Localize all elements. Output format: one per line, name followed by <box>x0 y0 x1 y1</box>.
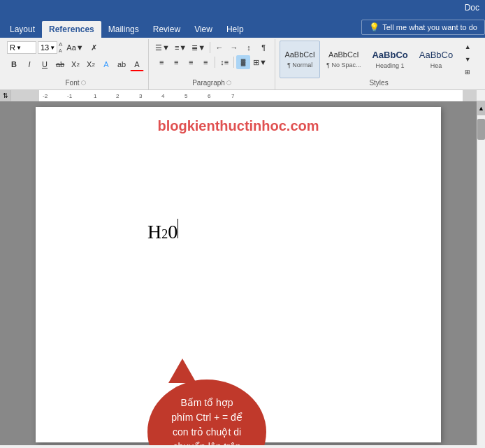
h2o-zero-text: 0 <box>168 221 178 243</box>
font-group: R ▼ 13 ▼ A A Aa▼ ✗ B I U ab X2 <box>3 39 149 89</box>
style-no-space[interactable]: AaBbCcI ¶ No Spac... <box>321 41 365 78</box>
style-heading2[interactable]: AaBbCo Hea <box>414 41 458 78</box>
styles-group: AaBbCcI ¶ Normal AaBbCcI ¶ No Spac... Aa… <box>275 39 482 89</box>
font-group-expand[interactable]: ⬡ <box>81 80 86 86</box>
increase-indent-btn[interactable]: → <box>227 41 241 55</box>
doc-page[interactable]: blogkienthuctinhoc.com H 2 0 Bấm tổ hợpp… <box>36 107 441 442</box>
title-bar: Doc <box>0 0 485 15</box>
ribbon-search[interactable]: 💡 Tell me what you want to do <box>361 20 485 35</box>
font-color-btn[interactable]: A <box>130 57 144 71</box>
ruler-row: ⇅ -2 -1 1 2 3 4 5 6 7 <box>0 90 485 101</box>
h2o-h-text: H <box>147 221 161 243</box>
main-area: blogkienthuctinhoc.com H 2 0 Bấm tổ hợpp… <box>0 101 485 445</box>
shading-btn[interactable]: ▓ <box>236 55 250 69</box>
borders-btn[interactable]: ⊞▼ <box>251 55 269 69</box>
scroll-up-btn[interactable]: ▲ <box>477 101 485 115</box>
svg-text:1: 1 <box>94 93 97 99</box>
style-heading1-preview: AaBbCo <box>372 50 407 61</box>
style-normal[interactable]: AaBbCcI ¶ Normal <box>280 41 320 78</box>
align-left-btn[interactable]: ≡ <box>154 55 168 69</box>
align-center-btn[interactable]: ≡ <box>169 55 183 69</box>
multilevel-btn[interactable]: ≣▼ <box>189 41 208 55</box>
title-text: Doc <box>465 3 479 13</box>
scroll-thumb[interactable] <box>477 119 485 140</box>
text-cursor <box>178 219 178 238</box>
font-name-row: R ▼ 13 ▼ A A Aa▼ ✗ <box>7 41 100 55</box>
style-heading1-label: Heading 1 <box>376 62 405 69</box>
show-marks-btn[interactable]: ¶ <box>256 41 270 55</box>
h2o-sub-text: 2 <box>161 227 168 242</box>
superscript-btn[interactable]: X2 <box>84 57 98 71</box>
text-effects-btn[interactable]: A <box>99 57 113 71</box>
tab-help[interactable]: Help <box>219 21 251 38</box>
balloon-tail <box>168 359 196 383</box>
balloon-body: Bấm tổ hợpphím Ctrl + = đểcon trỏ chuột … <box>147 380 266 445</box>
line-spacing-btn[interactable]: ↕≡ <box>217 55 231 69</box>
balloon-tooltip: Bấm tổ hợpphím Ctrl + = đểcon trỏ chuột … <box>147 359 266 445</box>
tab-references[interactable]: References <box>42 21 101 38</box>
font-name-input[interactable]: R ▼ <box>7 41 36 54</box>
svg-text:3: 3 <box>139 93 143 99</box>
font-size-increase[interactable]: A <box>59 41 62 48</box>
font-group-label: Font ⬡ <box>7 78 144 88</box>
numbering-btn[interactable]: ≡▼ <box>173 41 189 55</box>
style-nospace-preview: AaBbCcI <box>328 50 359 59</box>
ruler-right-margin <box>463 90 477 101</box>
italic-btn[interactable]: I <box>22 57 36 71</box>
search-icon: 💡 <box>369 22 379 32</box>
para-sep3 <box>233 57 234 68</box>
font-case-btn[interactable]: Aa▼ <box>64 41 86 55</box>
text-highlight-btn[interactable]: ab <box>115 57 129 71</box>
tab-layout[interactable]: Layout <box>3 21 42 38</box>
para-sep2 <box>215 57 215 68</box>
style-heading1[interactable]: AaBbCo Heading 1 <box>367 41 412 78</box>
balloon-text: Bấm tổ hợpphím Ctrl + = đểcon trỏ chuột … <box>164 389 249 446</box>
styles-scroll-up[interactable]: ▲ <box>461 41 475 52</box>
bullets-btn[interactable]: ☰▼ <box>153 41 172 55</box>
ruler-corner-icon[interactable]: ⇅ <box>0 90 11 101</box>
styles-scroll-down[interactable]: ▼ <box>461 54 475 65</box>
sort-btn[interactable]: ↕ <box>242 41 256 55</box>
tab-mailings[interactable]: Mailings <box>101 21 146 38</box>
style-heading2-preview: AaBbCo <box>419 50 453 61</box>
svg-text:-2: -2 <box>43 93 48 99</box>
tab-view[interactable]: View <box>187 21 219 38</box>
h2o-formula: H 2 0 <box>147 219 385 243</box>
font-size-input[interactable]: 13 ▼ <box>38 41 57 54</box>
font-size-decrease[interactable]: A <box>59 48 62 54</box>
vertical-scrollbar[interactable]: ▲ <box>477 101 485 445</box>
styles-more[interactable]: ⊞ <box>461 66 475 78</box>
svg-text:6: 6 <box>208 93 211 99</box>
font-style-row: B I U ab X2 X2 A ab A <box>7 57 144 71</box>
paragraph-row2: ≡ ≡ ≡ ≡ ↕≡ ▓ ⊞▼ <box>154 55 269 69</box>
style-nospace-label: ¶ No Spac... <box>326 62 361 68</box>
style-normal-preview: AaBbCcI <box>284 50 314 59</box>
doc-area: blogkienthuctinhoc.com H 2 0 Bấm tổ hợpp… <box>0 101 477 445</box>
svg-text:4: 4 <box>161 93 165 99</box>
ruler: -2 -1 1 2 3 4 5 6 7 <box>11 90 477 101</box>
ruler-middle: -2 -1 1 2 3 4 5 6 7 <box>39 90 463 101</box>
ribbon-tabs: Layout References Mailings Review View H… <box>0 15 485 38</box>
svg-text:5: 5 <box>184 93 188 99</box>
svg-text:-1: -1 <box>67 93 73 99</box>
paragraph-row1: ☰▼ ≡▼ ≣▼ ← → ↕ ¶ <box>153 41 270 55</box>
clear-format-btn[interactable]: ✗ <box>88 41 100 55</box>
paragraph-group-expand[interactable]: ⬡ <box>226 80 231 86</box>
svg-text:2: 2 <box>116 93 120 99</box>
justify-btn[interactable]: ≡ <box>198 55 212 69</box>
decrease-indent-btn[interactable]: ← <box>212 41 226 55</box>
font-size-arrows: A A <box>59 41 62 54</box>
subscript-btn[interactable]: X2 <box>68 57 82 71</box>
styles-group-label: Styles <box>280 78 478 88</box>
watermark: blogkienthuctinhoc.com <box>157 118 319 134</box>
ruler-left-margin <box>11 90 39 101</box>
align-right-btn[interactable]: ≡ <box>184 55 198 69</box>
paragraph-group-label: Paragraph ⬡ <box>153 78 270 88</box>
strikethrough-btn[interactable]: ab <box>53 57 67 71</box>
bold-btn[interactable]: B <box>7 57 21 71</box>
ribbon-content: R ▼ 13 ▼ A A Aa▼ ✗ B I U ab X2 <box>0 38 485 90</box>
svg-text:7: 7 <box>231 93 235 99</box>
paragraph-group: ☰▼ ≡▼ ≣▼ ← → ↕ ¶ ≡ ≡ ≡ ≡ ↕≡ ▓ ⊞▼ <box>149 39 275 89</box>
underline-btn[interactable]: U <box>38 57 52 71</box>
tab-review[interactable]: Review <box>146 21 187 38</box>
